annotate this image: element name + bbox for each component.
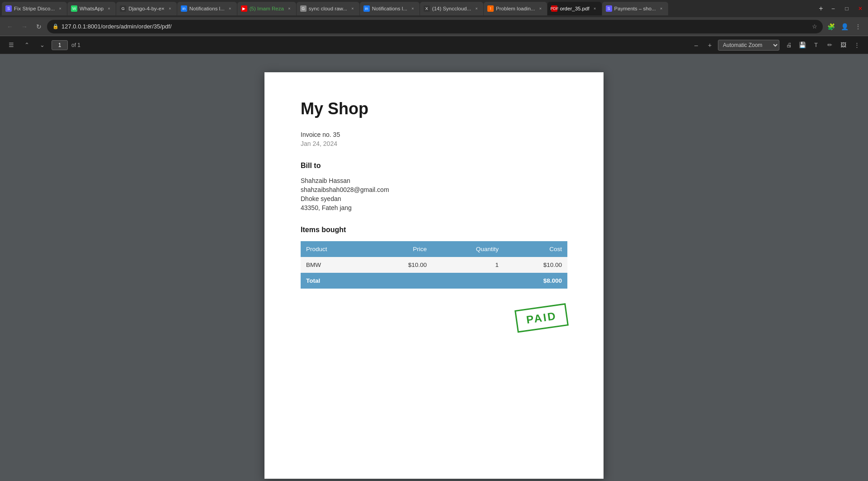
pdf-image-button[interactable]: 🖼 — [837, 39, 849, 51]
tab-label-tab-django: Django-4-by-e× — [128, 6, 165, 11]
tab-close-tab-django[interactable]: × — [167, 5, 173, 12]
pdf-draw-button[interactable]: ✏ — [824, 39, 835, 51]
minimize-button[interactable]: – — [827, 3, 839, 14]
pdf-page-input[interactable] — [52, 40, 68, 50]
refresh-button[interactable]: ↻ — [33, 20, 45, 33]
tab-favicon-tab-twitter: X — [424, 5, 430, 12]
col-cost: Cost — [504, 241, 567, 257]
invoice-number: Invoice no. 35 — [301, 131, 567, 138]
paid-stamp: PAID — [515, 303, 569, 332]
nav-bar: ← → ↻ 🔒 127.0.0.1:8001/orders/admin/orde… — [0, 17, 868, 36]
bookmark-icon[interactable]: ☆ — [812, 23, 817, 30]
browser-tab-tab-linkedin1[interactable]: inNotifications l...× — [177, 2, 237, 15]
tab-label-tab-linkedin2: Notifications l... — [372, 6, 407, 11]
browser-tab-tab-twitter[interactable]: X(14) Synccloud...× — [420, 2, 483, 15]
tab-label-tab-problem: Problem loadin... — [496, 6, 535, 11]
tab-close-tab-problem[interactable]: × — [537, 5, 543, 12]
browser-tab-tab-pdf[interactable]: PDForder_35.pdf× — [547, 2, 601, 15]
pdf-document: My Shop Invoice no. 35 Jan 24, 2024 Bill… — [264, 72, 604, 479]
tab-favicon-tab-problem: ! — [487, 5, 494, 12]
browser-tab-tab-youtube[interactable]: ▶(5) Imam Reza× — [237, 2, 296, 15]
customer-email: shahzaibshah0028@gmail.com — [301, 186, 567, 193]
tab-close-tab-sync[interactable]: × — [349, 5, 356, 12]
customer-address2: 43350, Fateh jang — [301, 204, 567, 211]
pdf-more-tools[interactable]: ⋮ — [851, 39, 863, 51]
tab-close-tab-linkedin1[interactable]: × — [227, 5, 233, 12]
lock-icon: 🔒 — [52, 23, 59, 29]
invoice-date: Jan 24, 2024 — [301, 140, 567, 147]
total-value: $8.000 — [504, 273, 567, 289]
tab-close-tab-whatsapp[interactable]: × — [106, 5, 112, 12]
close-window-button[interactable]: ✕ — [854, 3, 866, 14]
forward-button[interactable]: → — [18, 20, 31, 33]
tab-label-tab-linkedin1: Notifications l... — [189, 6, 225, 11]
tab-favicon-tab-payments: S — [606, 5, 612, 12]
tab-favicon-tab-django: G — [120, 5, 126, 12]
tab-label-tab-sync: sync cloud raw... — [309, 6, 347, 11]
row-product: BMW — [301, 257, 369, 273]
tab-favicon-tab-youtube: ▶ — [241, 5, 247, 12]
profile-button[interactable]: 👤 — [838, 20, 851, 33]
url-text[interactable]: 127.0.0.1:8001/orders/admin/order/35/pdf… — [61, 23, 809, 30]
tab-favicon-tab-linkedin2: in — [363, 5, 370, 12]
tab-favicon-tab-sync: G — [300, 5, 307, 12]
pdf-next-page[interactable]: ⌄ — [36, 39, 48, 51]
browser-tab-tab-django[interactable]: GDjango-4-by-e×× — [116, 2, 177, 15]
pdf-print-button[interactable]: 🖨 — [783, 39, 795, 51]
pdf-zoom-select[interactable]: Automatic Zoom 50% 75% 100% 125% 150% 20… — [718, 40, 779, 51]
pdf-toggle-sidebar[interactable]: ☰ — [5, 39, 17, 51]
pdf-text-select[interactable]: T — [810, 39, 822, 51]
tab-close-tab-stripe[interactable]: × — [57, 5, 63, 12]
browser-tab-tab-sync[interactable]: Gsync cloud raw...× — [297, 2, 359, 15]
tab-label-tab-payments: Payments – sho... — [614, 6, 656, 11]
tab-close-tab-twitter[interactable]: × — [473, 5, 480, 12]
tab-favicon-tab-stripe: S — [5, 5, 12, 12]
customer-name: Shahzaib Hassan — [301, 177, 567, 184]
address-bar[interactable]: 🔒 127.0.0.1:8001/orders/admin/order/35/p… — [47, 20, 823, 33]
tab-close-tab-payments[interactable]: × — [658, 5, 665, 12]
invoice-row-0: BMW$10.001$10.00 — [301, 257, 567, 273]
shop-title: My Shop — [301, 99, 567, 118]
row-cost: $10.00 — [504, 257, 567, 273]
row-quantity: 1 — [432, 257, 504, 273]
col-quantity: Quantity — [432, 241, 504, 257]
col-product: Product — [301, 241, 369, 257]
tab-favicon-tab-whatsapp: W — [71, 5, 77, 12]
tab-close-tab-linkedin2[interactable]: × — [410, 5, 416, 12]
browser-tab-tab-linkedin2[interactable]: inNotifications l...× — [360, 2, 420, 15]
back-button[interactable]: ← — [4, 20, 16, 33]
customer-address1: Dhoke syedan — [301, 195, 567, 202]
pdf-save-button[interactable]: 💾 — [797, 39, 808, 51]
tab-bar: SFix Stripe Disco...×WWhatsApp×GDjango-4… — [0, 0, 868, 17]
row-price: $10.00 — [369, 257, 432, 273]
pdf-toolbar: ☰ ⌃ ⌄ of 1 – + Automatic Zoom 50% 75% 10… — [0, 36, 868, 54]
extensions-button[interactable]: 🧩 — [825, 20, 837, 33]
tab-favicon-tab-linkedin1: in — [181, 5, 187, 12]
tab-favicon-tab-pdf: PDF — [551, 5, 557, 12]
pdf-zoom-in[interactable]: + — [704, 40, 715, 51]
bill-to-heading: Bill to — [301, 162, 567, 170]
pdf-zoom-controls: – + Automatic Zoom 50% 75% 100% 125% 150… — [691, 40, 779, 51]
tab-label-tab-twitter: (14) Synccloud... — [432, 6, 471, 11]
browser-tab-tab-problem[interactable]: !Problem loadin...× — [484, 2, 547, 15]
pdf-page-total: of 1 — [71, 42, 80, 48]
menu-button[interactable]: ⋮ — [852, 20, 864, 33]
pdf-right-tools: 🖨 💾 T ✏ 🖼 ⋮ — [783, 39, 863, 51]
tab-close-tab-youtube[interactable]: × — [286, 5, 292, 12]
tab-label-tab-whatsapp: WhatsApp — [80, 6, 104, 11]
pdf-prev-page[interactable]: ⌃ — [21, 39, 33, 51]
maximize-button[interactable]: □ — [841, 3, 853, 14]
tab-label-tab-stripe: Fix Stripe Disco... — [14, 6, 55, 11]
tab-label-tab-youtube: (5) Imam Reza — [250, 6, 284, 11]
browser-tab-tab-whatsapp[interactable]: WWhatsApp× — [67, 2, 116, 15]
nav-right-buttons: 🧩 👤 ⋮ — [825, 20, 864, 33]
tab-close-tab-pdf[interactable]: × — [592, 5, 598, 12]
browser-tab-tab-payments[interactable]: SPayments – sho...× — [602, 2, 668, 15]
total-label: Total — [301, 273, 369, 289]
new-tab-button[interactable]: + — [815, 3, 827, 14]
paid-stamp-container: PAID — [301, 307, 567, 329]
pdf-zoom-out[interactable]: – — [691, 40, 702, 51]
browser-tab-tab-stripe[interactable]: SFix Stripe Disco...× — [2, 2, 67, 15]
pdf-viewer-area: My Shop Invoice no. 35 Jan 24, 2024 Bill… — [0, 54, 868, 481]
items-heading: Items bought — [301, 226, 567, 234]
